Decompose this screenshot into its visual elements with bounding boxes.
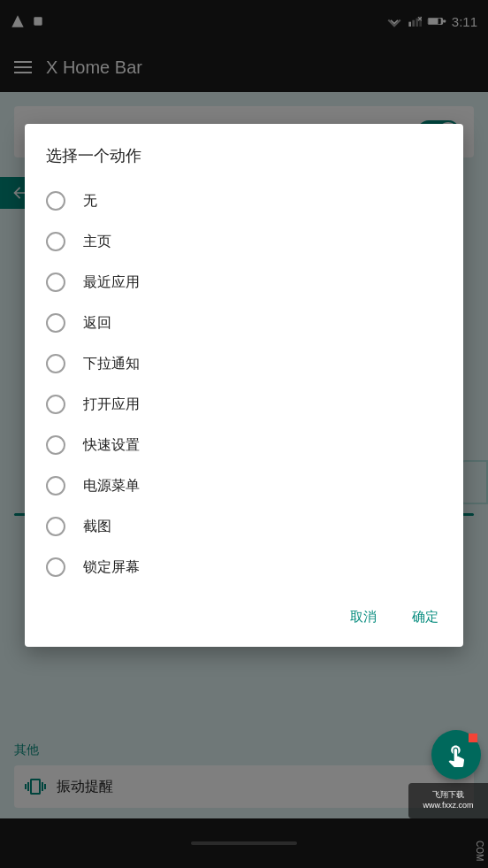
confirm-button[interactable]: 确定 (398, 602, 453, 633)
watermark-text: 飞翔下载www.fxxz.com (423, 790, 473, 810)
radio-label-recent: 最近应用 (83, 273, 140, 292)
radio-label-home: 主页 (83, 233, 111, 251)
radio-item-notification[interactable]: 下拉通知 (25, 343, 463, 384)
radio-item-quick-settings[interactable]: 快速设置 (25, 425, 463, 465)
radio-item-back[interactable]: 返回 (25, 303, 463, 343)
gesture-icon (444, 742, 469, 767)
radio-circle-recent (46, 273, 65, 292)
radio-label-screenshot: 截图 (83, 518, 111, 536)
radio-item-none[interactable]: 无 (25, 181, 463, 221)
watermark-badge: 飞翔下载www.fxxz.com (408, 783, 488, 818)
radio-item-power-menu[interactable]: 电源菜单 (25, 465, 463, 506)
radio-item-open-app[interactable]: 打开应用 (25, 384, 463, 425)
cancel-button[interactable]: 取消 (336, 602, 391, 633)
radio-circle-open-app (46, 395, 65, 414)
radio-label-back: 返回 (83, 314, 111, 333)
radio-item-home[interactable]: 主页 (25, 221, 463, 262)
radio-label-lock-screen: 锁定屏幕 (83, 558, 140, 577)
action-dialog: 选择一个动作 无 主页 最近应用 返回 下拉通知 打开应用 快速设置 电源菜单 … (25, 124, 463, 647)
radio-label-quick-settings: 快速设置 (83, 436, 140, 455)
com-label: COM (475, 841, 484, 861)
radio-circle-power-menu (46, 476, 65, 495)
radio-circle-back (46, 313, 65, 333)
radio-label-open-app: 打开应用 (83, 396, 140, 414)
dialog-title: 选择一个动作 (25, 145, 463, 181)
radio-item-lock-screen[interactable]: 锁定屏幕 (25, 547, 463, 588)
radio-label-power-menu: 电源菜单 (83, 477, 140, 495)
dialog-actions: 取消 确定 (25, 595, 463, 640)
radio-label-notification: 下拉通知 (83, 355, 140, 373)
radio-item-recent[interactable]: 最近应用 (25, 262, 463, 303)
fab-button[interactable] (431, 730, 481, 780)
radio-circle-quick-settings (46, 435, 65, 455)
radio-label-none: 无 (83, 192, 97, 211)
radio-circle-lock-screen (46, 557, 65, 577)
fab-notification-dot (469, 734, 477, 742)
radio-circle-home (46, 232, 65, 251)
radio-item-screenshot[interactable]: 截图 (25, 506, 463, 547)
radio-circle-screenshot (46, 517, 65, 536)
radio-circle-notification (46, 354, 65, 373)
radio-circle-none (46, 191, 65, 211)
